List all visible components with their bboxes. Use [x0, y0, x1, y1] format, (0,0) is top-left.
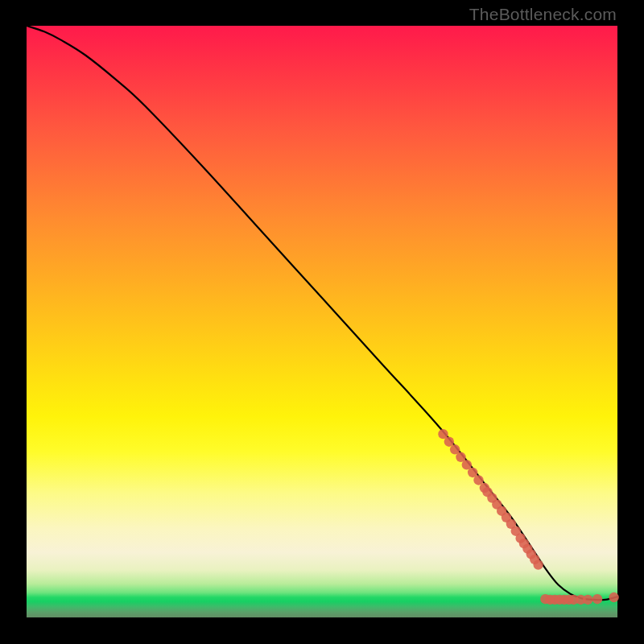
- data-point: [583, 595, 592, 605]
- watermark-text: TheBottleneck.com: [469, 5, 617, 24]
- data-point: [533, 559, 543, 569]
- data-point: [609, 592, 618, 602]
- scatter-layer: [438, 429, 619, 605]
- chart-frame: TheBottleneck.com: [0, 0, 644, 644]
- plot-area: [27, 26, 617, 617]
- curve-layer: [27, 26, 617, 600]
- chart-svg: [27, 26, 617, 617]
- data-point: [592, 594, 602, 604]
- main-curve: [27, 26, 617, 600]
